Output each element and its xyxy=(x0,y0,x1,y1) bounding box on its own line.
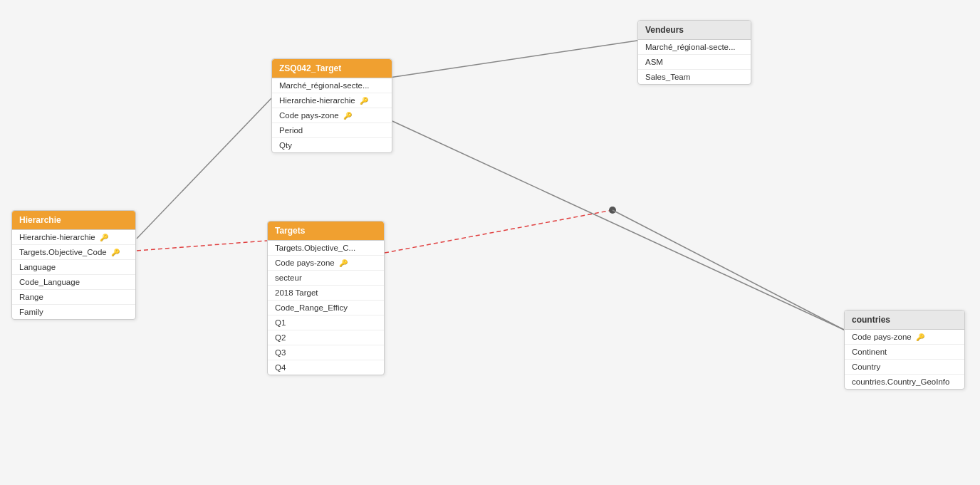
vendeurs-field-1: Marché_régional-secte... xyxy=(638,40,751,55)
hierarchie-table: Hierarchie Hierarchie-hierarchie 🔑 Targe… xyxy=(11,210,136,320)
hierarchie-field-1: Hierarchie-hierarchie 🔑 xyxy=(12,230,135,245)
targets-field-4: 2018 Target xyxy=(268,286,384,301)
vendeurs-table: Vendeurs Marché_régional-secte... ASM Sa… xyxy=(637,20,751,85)
zsq042-field-4: Period xyxy=(272,123,392,138)
hierarchie-field-3: Language xyxy=(12,260,135,275)
targets-field-5: Code_Range_Efficy xyxy=(268,301,384,315)
svg-line-2 xyxy=(385,118,844,330)
zsq042-field-3: Code pays-zone 🔑 xyxy=(272,108,392,123)
svg-line-3 xyxy=(137,241,267,251)
hierarchie-title: Hierarchie xyxy=(12,211,135,230)
countries-field-3: Country xyxy=(845,360,964,375)
targets-field-3: secteur xyxy=(268,271,384,286)
canvas: Hierarchie Hierarchie-hierarchie 🔑 Targe… xyxy=(0,0,980,485)
zsq042-field-5: Qty xyxy=(272,138,392,152)
svg-point-5 xyxy=(609,207,616,214)
zsq042-field-1: Marché_régional-secte... xyxy=(272,78,392,93)
vendeurs-field-2: ASM xyxy=(638,55,751,70)
svg-line-1 xyxy=(137,98,271,239)
countries-title: countries xyxy=(845,311,964,330)
hierarchie-field-2: Targets.Objective_Code 🔑 xyxy=(12,245,135,260)
vendeurs-field-3: Sales_Team xyxy=(638,70,751,84)
countries-table: countries Code pays-zone 🔑 Continent Cou… xyxy=(844,310,965,390)
hierarchie-field-6: Family xyxy=(12,305,135,319)
svg-line-4 xyxy=(385,210,612,253)
targets-field-9: Q4 xyxy=(268,360,384,375)
vendeurs-title: Vendeurs xyxy=(638,21,751,40)
hierarchie-field-4: Code_Language xyxy=(12,275,135,290)
countries-field-2: Continent xyxy=(845,345,964,360)
targets-field-2: Code pays-zone 🔑 xyxy=(268,256,384,271)
zsq042-table: ZSQ042_Target Marché_régional-secte... H… xyxy=(271,58,392,153)
zsq042-title: ZSQ042_Target xyxy=(272,59,392,78)
connections-svg xyxy=(0,0,980,485)
targets-field-8: Q3 xyxy=(268,345,384,360)
countries-field-4: countries.Country_GeoInfo xyxy=(845,375,964,389)
zsq042-field-2: Hierarchie-hierarchie 🔑 xyxy=(272,93,392,108)
targets-field-6: Q1 xyxy=(268,315,384,330)
hierarchie-field-5: Range xyxy=(12,290,135,305)
targets-field-1: Targets.Objective_C... xyxy=(268,241,384,256)
targets-table: Targets Targets.Objective_C... Code pays… xyxy=(267,221,385,375)
svg-line-6 xyxy=(612,210,844,330)
svg-line-0 xyxy=(385,41,637,78)
targets-field-7: Q2 xyxy=(268,330,384,345)
targets-title: Targets xyxy=(268,221,384,241)
countries-field-1: Code pays-zone 🔑 xyxy=(845,330,964,345)
